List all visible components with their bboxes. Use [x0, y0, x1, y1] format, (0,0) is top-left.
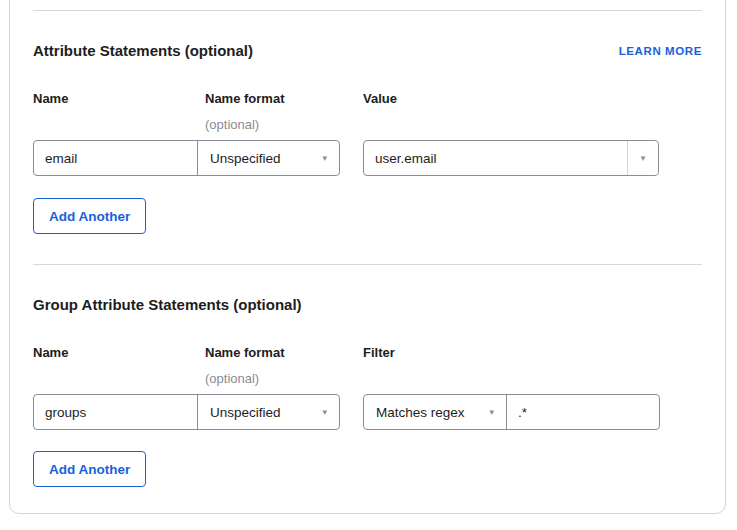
group-filter-value-input[interactable] — [507, 395, 659, 429]
column-value-label: Value — [363, 91, 702, 107]
chevron-down-icon: ▾ — [322, 154, 327, 163]
column-value: Value — [363, 91, 702, 133]
column-name: Name — [33, 345, 205, 387]
column-name: Name — [33, 91, 205, 133]
group-filter-type-value: Matches regex — [376, 405, 465, 420]
column-name-format-label: Name format — [205, 345, 363, 361]
attribute-column-headers: Name Name format (optional) Value — [33, 91, 702, 133]
learn-more-link[interactable]: LEARN MORE — [619, 45, 702, 57]
chevron-down-icon: ▾ — [641, 154, 646, 163]
group-attribute-statements-header: Group Attribute Statements (optional) — [33, 296, 702, 314]
attribute-value-input[interactable] — [364, 141, 627, 175]
column-name-label: Name — [33, 345, 205, 361]
column-filter: Filter — [363, 345, 702, 387]
attribute-name-format-select[interactable]: Unspecified ▾ — [197, 141, 339, 175]
section-divider — [33, 10, 702, 11]
attribute-statement-row: Unspecified ▾ ▾ — [33, 140, 702, 176]
add-another-group-attribute-button[interactable]: Add Another — [33, 451, 146, 487]
column-filter-label: Filter — [363, 345, 702, 361]
attribute-name-format-value: Unspecified — [210, 151, 281, 166]
group-name-format-select[interactable]: Unspecified ▾ — [197, 395, 339, 429]
column-name-format-optional: (optional) — [205, 371, 363, 387]
column-name-format: Name format (optional) — [205, 345, 363, 387]
attribute-name-input[interactable] — [34, 141, 197, 175]
attribute-statements-title: Attribute Statements (optional) — [33, 42, 253, 60]
attribute-statements-section: Attribute Statements (optional) LEARN MO… — [33, 42, 702, 234]
group-attribute-statements-title: Group Attribute Statements (optional) — [33, 296, 302, 314]
attribute-statements-header: Attribute Statements (optional) LEARN MO… — [33, 42, 702, 60]
group-name-group: Unspecified ▾ — [33, 394, 340, 430]
attribute-value-group: ▾ — [363, 140, 659, 176]
chevron-down-icon: ▾ — [322, 408, 327, 417]
add-another-attribute-button[interactable]: Add Another — [33, 198, 146, 234]
group-name-format-value: Unspecified — [210, 405, 281, 420]
group-name-input[interactable] — [34, 395, 197, 429]
group-attribute-statements-section: Group Attribute Statements (optional) Na… — [33, 296, 702, 487]
group-attribute-column-headers: Name Name format (optional) Filter — [33, 345, 702, 387]
saml-settings-page: Attribute Statements (optional) LEARN MO… — [0, 0, 737, 530]
section-divider — [33, 264, 702, 265]
column-name-label: Name — [33, 91, 205, 107]
saml-settings-card: Attribute Statements (optional) LEARN MO… — [9, 0, 726, 514]
chevron-down-icon: ▾ — [489, 408, 494, 417]
group-attribute-statement-row: Unspecified ▾ Matches regex ▾ — [33, 394, 702, 430]
card-content: Attribute Statements (optional) LEARN MO… — [10, 10, 725, 487]
column-name-format: Name format (optional) — [205, 91, 363, 133]
attribute-value-dropdown-button[interactable]: ▾ — [627, 141, 658, 175]
group-filter-group: Matches regex ▾ — [363, 394, 660, 430]
attribute-name-group: Unspecified ▾ — [33, 140, 340, 176]
group-filter-type-select[interactable]: Matches regex ▾ — [364, 395, 507, 429]
column-name-format-optional: (optional) — [205, 117, 363, 133]
column-name-format-label: Name format — [205, 91, 363, 107]
